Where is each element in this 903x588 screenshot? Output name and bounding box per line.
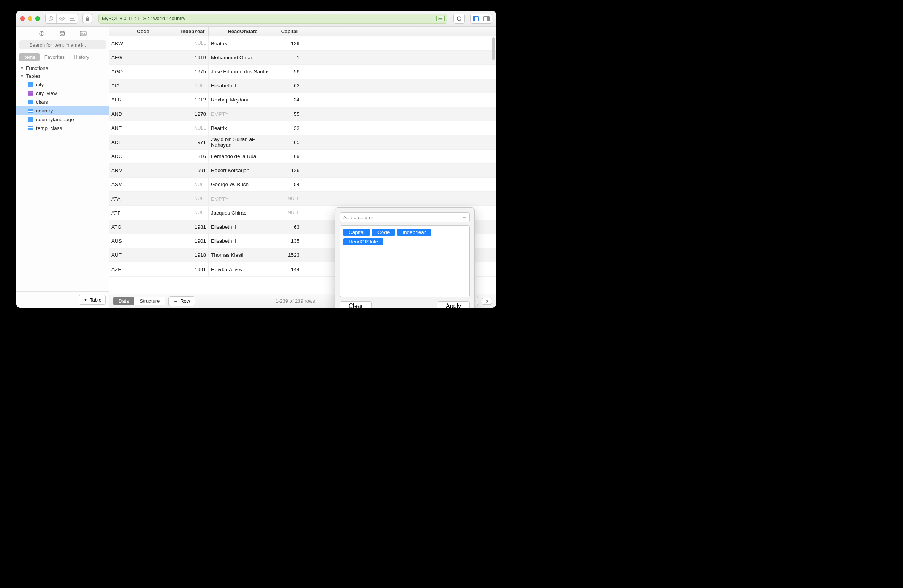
cell-cap[interactable]: 55: [277, 107, 302, 121]
vertical-scrollbar[interactable]: [492, 37, 495, 60]
sidebar-table-country[interactable]: country: [16, 106, 109, 115]
cell-cap[interactable]: 54: [277, 178, 302, 191]
cell-code[interactable]: AGO: [109, 65, 177, 78]
selected-columns-box[interactable]: CapitalCodeIndepYearHeadOfState: [340, 225, 470, 297]
cell-cap[interactable]: 65: [277, 135, 302, 149]
cell-cap[interactable]: 126: [277, 164, 302, 177]
cell-code[interactable]: ALB: [109, 93, 177, 107]
table-row[interactable]: AND1278EMPTY55: [109, 107, 496, 121]
cell-head[interactable]: George W. Bush: [209, 178, 277, 191]
cell-code[interactable]: AZE: [109, 262, 177, 276]
add-row-button[interactable]: ＋Row: [168, 296, 195, 306]
sidebar-table-city[interactable]: city: [16, 80, 109, 89]
cell-indep[interactable]: 1912: [177, 93, 209, 107]
table-row[interactable]: ARE1971Zayid bin Sultan al-Nahayan65: [109, 135, 496, 149]
cell-head[interactable]: Mohammad Omar: [209, 51, 277, 64]
left-panel-toggle[interactable]: [471, 14, 481, 23]
sidebar-table-city_view[interactable]: city_view: [16, 89, 109, 98]
cell-head[interactable]: EMPTY: [209, 107, 277, 121]
sidebar-tab-items[interactable]: Items: [19, 53, 40, 61]
cell-indep[interactable]: 1278: [177, 107, 209, 121]
cell-head[interactable]: Zayid bin Sultan al-Nahayan: [209, 135, 277, 149]
cell-head[interactable]: Heydär Äliyev: [209, 262, 277, 276]
add-column-dropdown[interactable]: Add a column: [340, 212, 470, 222]
sidebar-tab-history[interactable]: History: [69, 53, 93, 61]
table-row[interactable]: ARG1816Fernando de la Rúa69: [109, 150, 496, 164]
sidebar-table-class[interactable]: class: [16, 98, 109, 106]
cell-cap[interactable]: 62: [277, 79, 302, 93]
cell-cap[interactable]: NULL: [277, 206, 302, 220]
column-tag-headofstate[interactable]: HeadOfState: [343, 238, 383, 245]
cell-code[interactable]: ARE: [109, 135, 177, 149]
column-header-headofstate[interactable]: HeadOfState: [209, 27, 277, 36]
cell-code[interactable]: ATF: [109, 206, 177, 220]
cell-code[interactable]: AIA: [109, 79, 177, 93]
table-row[interactable]: ALB1912Rexhep Mejdani34: [109, 93, 496, 107]
cell-code[interactable]: ATG: [109, 220, 177, 234]
cell-cap[interactable]: 1523: [277, 248, 302, 262]
cell-code[interactable]: ARG: [109, 150, 177, 163]
cell-code[interactable]: AUS: [109, 234, 177, 248]
cell-code[interactable]: AFG: [109, 51, 177, 64]
cell-head[interactable]: Rexhep Mejdani: [209, 93, 277, 107]
connections-icon[interactable]: [38, 30, 46, 37]
search-input[interactable]: [19, 40, 106, 49]
cell-cap[interactable]: 34: [277, 93, 302, 107]
table-row[interactable]: ABWNULLBeatrix129: [109, 36, 496, 51]
table-row[interactable]: ATANULLEMPTYNULL: [109, 192, 496, 206]
sidebar-table-temp_class[interactable]: temp_class: [16, 124, 109, 133]
cell-indep[interactable]: NULL: [177, 79, 209, 93]
database-icon[interactable]: [58, 30, 67, 37]
cell-head[interactable]: Beatrix: [209, 121, 277, 135]
cell-head[interactable]: Elisabeth II: [209, 234, 277, 248]
cell-code[interactable]: ASM: [109, 178, 177, 191]
cell-cap[interactable]: 1: [277, 51, 302, 64]
cell-head[interactable]: Jacques Chirac: [209, 206, 277, 220]
cell-head[interactable]: Elisabeth II: [209, 220, 277, 234]
column-header-indepyear[interactable]: IndepYear: [177, 27, 209, 36]
zoom-window-button[interactable]: [35, 16, 40, 21]
tab-data[interactable]: Data: [113, 297, 134, 305]
cell-head[interactable]: José Eduardo dos Santos: [209, 65, 277, 78]
cell-indep[interactable]: NULL: [177, 121, 209, 135]
column-header-code[interactable]: Code: [109, 27, 177, 36]
cell-indep[interactable]: 1816: [177, 150, 209, 163]
reload-button[interactable]: [453, 14, 465, 24]
column-tag-capital[interactable]: Capital: [343, 229, 370, 236]
table-row[interactable]: ANTNULLBeatrix33: [109, 121, 496, 135]
apply-button[interactable]: Apply: [437, 301, 470, 308]
sidebar-tab-favorites[interactable]: Favorites: [40, 53, 69, 61]
cell-indep[interactable]: 1975: [177, 65, 209, 78]
lock-icon[interactable]: [82, 14, 92, 23]
next-page-button[interactable]: [482, 298, 492, 305]
tab-structure[interactable]: Structure: [134, 297, 165, 305]
cell-cap[interactable]: 135: [277, 234, 302, 248]
cell-cap[interactable]: 63: [277, 220, 302, 234]
table-row[interactable]: AGO1975José Eduardo dos Santos56: [109, 65, 496, 79]
cell-cap[interactable]: 33: [277, 121, 302, 135]
column-header-capital[interactable]: Capital: [277, 27, 302, 36]
cell-cap[interactable]: 129: [277, 36, 302, 50]
cell-code[interactable]: ANT: [109, 121, 177, 135]
cell-code[interactable]: ARM: [109, 164, 177, 177]
cell-head[interactable]: Thomas Klestil: [209, 248, 277, 262]
cell-indep[interactable]: 1918: [177, 248, 209, 262]
right-panel-toggle[interactable]: [481, 14, 492, 23]
cell-indep[interactable]: 1919: [177, 51, 209, 64]
tree-section-functions[interactable]: Functions: [16, 64, 109, 72]
cell-cap[interactable]: 69: [277, 150, 302, 163]
cell-code[interactable]: AND: [109, 107, 177, 121]
cell-indep[interactable]: 1971: [177, 135, 209, 149]
cell-code[interactable]: AUT: [109, 248, 177, 262]
cell-head[interactable]: EMPTY: [209, 192, 277, 205]
table-row[interactable]: ARM1991Robert Kotšarjan126: [109, 164, 496, 178]
clear-button[interactable]: Clear: [340, 301, 372, 308]
cell-indep[interactable]: NULL: [177, 206, 209, 220]
add-table-button[interactable]: ＋Table: [79, 295, 106, 305]
table-row[interactable]: AIANULLElisabeth II62: [109, 79, 496, 93]
cell-indep[interactable]: NULL: [177, 192, 209, 205]
cell-indep[interactable]: 1991: [177, 164, 209, 177]
cell-head[interactable]: Robert Kotšarjan: [209, 164, 277, 177]
table-row[interactable]: ASMNULLGeorge W. Bush54: [109, 178, 496, 192]
cell-code[interactable]: ABW: [109, 36, 177, 50]
